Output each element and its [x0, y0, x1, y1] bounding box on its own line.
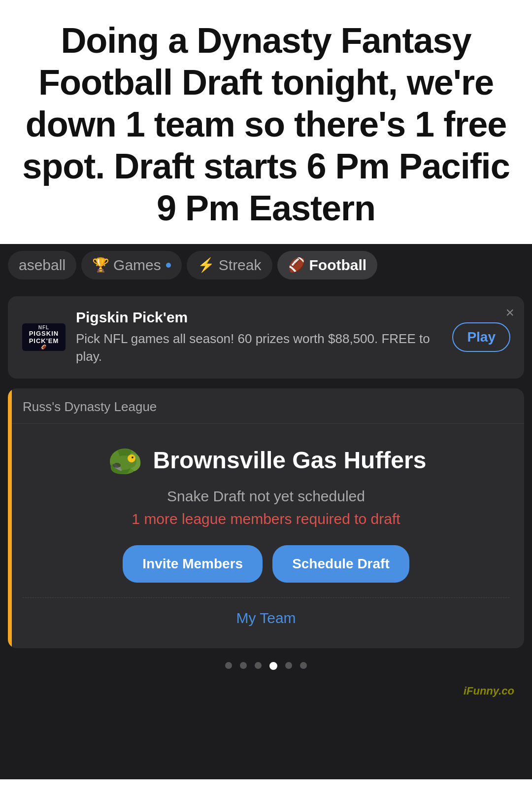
pigskin-badge: NFL PIGSKINPICK'EM 🏈: [22, 323, 66, 351]
tab-baseball[interactable]: aseball: [8, 251, 76, 279]
pagination-dot-4[interactable]: [269, 662, 277, 670]
tab-streak[interactable]: ⚡ Streak: [187, 251, 272, 279]
streak-label: Streak: [219, 257, 262, 274]
pigskin-football-icon: 🏈: [41, 345, 47, 349]
tab-football[interactable]: 🏈 Football: [277, 251, 378, 279]
close-icon[interactable]: ×: [505, 304, 514, 321]
svg-point-2: [128, 454, 135, 462]
pagination-dot-5[interactable]: [285, 662, 292, 669]
divider: [23, 597, 509, 598]
promo-play-button[interactable]: Play: [452, 322, 510, 352]
pagination-dot-3[interactable]: [255, 662, 262, 669]
league-accent-bar: [8, 388, 12, 648]
football-label: Football: [309, 257, 367, 274]
promo-card: NFL PIGSKINPICK'EM 🏈 Pigskin Pick'em Pic…: [8, 296, 524, 379]
pagination-dot-2[interactable]: [240, 662, 247, 669]
main-content: NFL PIGSKINPICK'EM 🏈 Pigskin Pick'em Pic…: [0, 286, 532, 779]
pigskin-main-label: PIGSKINPICK'EM: [29, 330, 59, 345]
streak-icon: ⚡: [198, 257, 215, 273]
promo-title: Pigskin Pick'em: [76, 309, 442, 326]
games-dot: [166, 263, 171, 268]
draft-status: Snake Draft not yet scheduled: [23, 488, 509, 505]
invite-members-button[interactable]: Invite Members: [123, 545, 263, 583]
team-name-row: Brownsville Gas Huffers: [23, 444, 509, 477]
league-card: Russ's Dynasty League: [8, 388, 524, 648]
ifunny-watermark: iFunny.co: [8, 680, 524, 707]
watermark-text: iFunny.co: [464, 685, 514, 697]
football-icon: 🏈: [288, 257, 305, 273]
members-required: 1 more league members required to draft: [23, 511, 509, 527]
pagination-dot-1[interactable]: [225, 662, 232, 669]
pagination-dots: [8, 648, 524, 680]
league-body: Brownsville Gas Huffers Snake Draft not …: [8, 424, 524, 648]
baseball-label: aseball: [19, 257, 66, 274]
tab-bar: aseball 🏆 Games ⚡ Streak 🏈 Football: [0, 244, 532, 286]
tab-games[interactable]: 🏆 Games: [81, 251, 182, 279]
my-team-link[interactable]: My Team: [23, 610, 509, 633]
action-buttons: Invite Members Schedule Draft: [23, 545, 509, 583]
promo-description: Pick NFL games all season! 60 prizes wor…: [76, 330, 442, 366]
helmet-icon: [106, 444, 145, 477]
pagination-dot-6[interactable]: [300, 662, 307, 669]
league-name-header: Russ's Dynasty League: [8, 388, 524, 424]
promo-logo: NFL PIGSKINPICK'EM 🏈: [22, 322, 66, 352]
schedule-draft-button[interactable]: Schedule Draft: [272, 545, 409, 583]
page-title: Doing a Dynasty Fantasy Football Draft t…: [15, 20, 517, 229]
trophy-icon: 🏆: [92, 257, 109, 273]
svg-point-3: [132, 456, 133, 458]
header-section: Doing a Dynasty Fantasy Football Draft t…: [0, 0, 532, 244]
svg-point-1: [113, 463, 121, 468]
promo-text-area: Pigskin Pick'em Pick NFL games all seaso…: [76, 309, 442, 366]
games-label: Games: [113, 257, 161, 274]
team-name: Brownsville Gas Huffers: [153, 447, 427, 474]
league-name: Russ's Dynasty League: [23, 399, 157, 414]
